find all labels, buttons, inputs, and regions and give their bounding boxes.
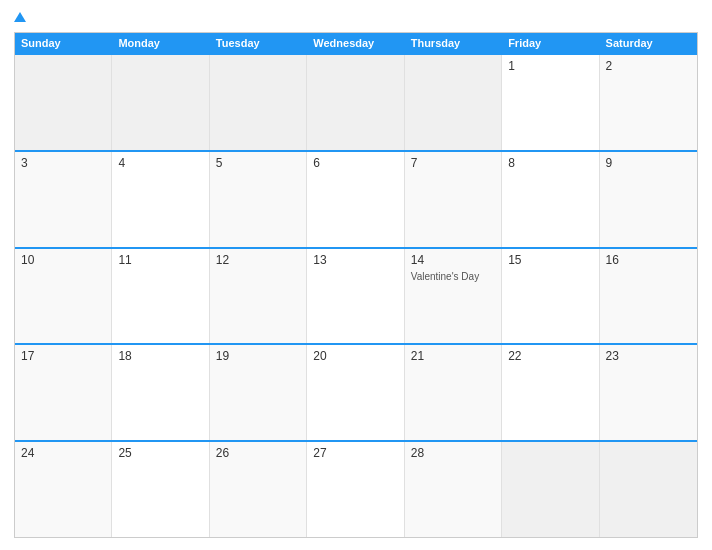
day-number: 11 xyxy=(118,253,202,267)
day-number: 23 xyxy=(606,349,691,363)
day-number: 28 xyxy=(411,446,495,460)
day-number: 2 xyxy=(606,59,691,73)
day-cell: 15 xyxy=(502,249,599,344)
header xyxy=(14,12,698,22)
day-cell: 18 xyxy=(112,345,209,440)
day-cell xyxy=(307,55,404,150)
day-cell: 12 xyxy=(210,249,307,344)
day-header-monday: Monday xyxy=(112,33,209,53)
week-row-2: 3456789 xyxy=(15,150,697,247)
day-number: 14 xyxy=(411,253,495,267)
day-number: 17 xyxy=(21,349,105,363)
day-cell xyxy=(15,55,112,150)
day-number: 19 xyxy=(216,349,300,363)
logo-blue-text xyxy=(14,12,30,22)
day-header-saturday: Saturday xyxy=(600,33,697,53)
weeks-container: 1234567891011121314Valentine's Day151617… xyxy=(15,53,697,537)
logo-triangle-icon xyxy=(14,12,26,22)
day-cell: 10 xyxy=(15,249,112,344)
day-number: 3 xyxy=(21,156,105,170)
day-cell: 3 xyxy=(15,152,112,247)
day-header-wednesday: Wednesday xyxy=(307,33,404,53)
day-cell: 25 xyxy=(112,442,209,537)
week-row-1: 12 xyxy=(15,53,697,150)
day-cell: 13 xyxy=(307,249,404,344)
day-number: 26 xyxy=(216,446,300,460)
calendar-page: SundayMondayTuesdayWednesdayThursdayFrid… xyxy=(0,0,712,550)
day-header-friday: Friday xyxy=(502,33,599,53)
day-number: 10 xyxy=(21,253,105,267)
day-cell: 23 xyxy=(600,345,697,440)
day-number: 25 xyxy=(118,446,202,460)
day-cell: 27 xyxy=(307,442,404,537)
day-number: 5 xyxy=(216,156,300,170)
day-number: 6 xyxy=(313,156,397,170)
day-number: 7 xyxy=(411,156,495,170)
day-cell: 26 xyxy=(210,442,307,537)
day-cell: 8 xyxy=(502,152,599,247)
day-header-thursday: Thursday xyxy=(405,33,502,53)
day-cell xyxy=(112,55,209,150)
day-cell: 11 xyxy=(112,249,209,344)
logo xyxy=(14,12,30,22)
day-number: 27 xyxy=(313,446,397,460)
day-number: 12 xyxy=(216,253,300,267)
week-row-3: 1011121314Valentine's Day1516 xyxy=(15,247,697,344)
day-cell: 22 xyxy=(502,345,599,440)
day-cell: 19 xyxy=(210,345,307,440)
day-number: 4 xyxy=(118,156,202,170)
day-cell: 28 xyxy=(405,442,502,537)
day-header-sunday: Sunday xyxy=(15,33,112,53)
day-cell: 4 xyxy=(112,152,209,247)
day-number: 15 xyxy=(508,253,592,267)
day-cell xyxy=(600,442,697,537)
day-number: 22 xyxy=(508,349,592,363)
week-row-4: 17181920212223 xyxy=(15,343,697,440)
day-number: 13 xyxy=(313,253,397,267)
day-cell: 21 xyxy=(405,345,502,440)
day-cell: 2 xyxy=(600,55,697,150)
event-label: Valentine's Day xyxy=(411,271,495,282)
day-cell xyxy=(502,442,599,537)
day-number: 18 xyxy=(118,349,202,363)
day-cell: 5 xyxy=(210,152,307,247)
day-cell xyxy=(405,55,502,150)
day-number: 16 xyxy=(606,253,691,267)
day-number: 24 xyxy=(21,446,105,460)
day-cell: 24 xyxy=(15,442,112,537)
day-cell: 6 xyxy=(307,152,404,247)
day-number: 21 xyxy=(411,349,495,363)
day-number: 8 xyxy=(508,156,592,170)
day-headers-row: SundayMondayTuesdayWednesdayThursdayFrid… xyxy=(15,33,697,53)
calendar-grid: SundayMondayTuesdayWednesdayThursdayFrid… xyxy=(14,32,698,538)
day-cell: 20 xyxy=(307,345,404,440)
day-cell: 14Valentine's Day xyxy=(405,249,502,344)
day-cell: 16 xyxy=(600,249,697,344)
day-cell: 17 xyxy=(15,345,112,440)
day-number: 1 xyxy=(508,59,592,73)
day-cell: 9 xyxy=(600,152,697,247)
day-number: 9 xyxy=(606,156,691,170)
day-header-tuesday: Tuesday xyxy=(210,33,307,53)
week-row-5: 2425262728 xyxy=(15,440,697,537)
day-cell: 1 xyxy=(502,55,599,150)
day-number: 20 xyxy=(313,349,397,363)
day-cell: 7 xyxy=(405,152,502,247)
day-cell xyxy=(210,55,307,150)
